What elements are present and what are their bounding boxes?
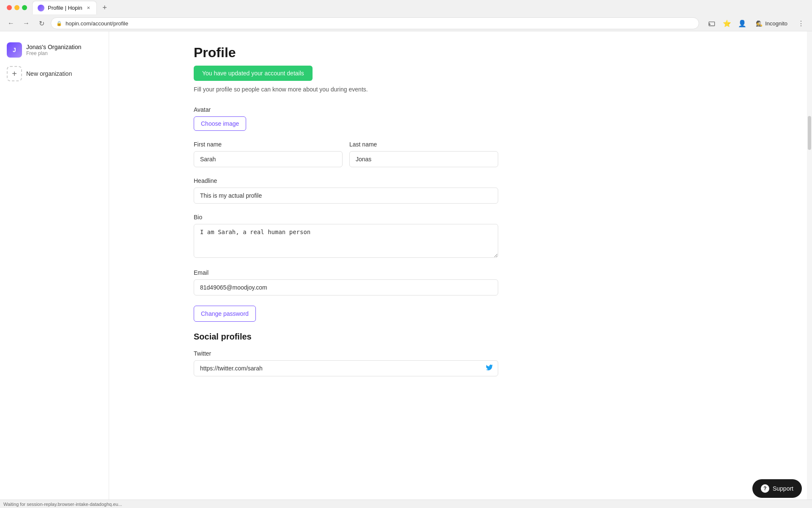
profile-form: Avatar Choose image First name Last name… [194,106,498,376]
headline-label: Headline [194,177,498,184]
support-label: Support [773,485,793,492]
first-name-label: First name [194,141,343,148]
name-row: First name Last name [194,141,498,177]
traffic-lights [3,5,30,10]
twitter-icon [486,364,493,373]
success-toast: You have updated your account details [194,66,313,81]
twitter-field-group: Twitter [194,350,498,376]
profile-icon[interactable]: 👤 [736,17,748,29]
scrollbar-thumb[interactable] [808,116,811,150]
tab-bar: Profile | Hopin ✕ + [0,0,812,15]
first-name-input[interactable] [194,151,343,167]
org-plan: Free plan [26,50,81,56]
browser-actions: ⭐ 👤 🕵️ Incognito ⋮ [706,17,807,29]
minimize-window-button[interactable] [14,5,19,10]
avatar-label: Avatar [194,106,498,113]
refresh-button[interactable]: ↻ [36,17,47,29]
bio-label: Bio [194,214,498,221]
avatar-field-group: Avatar Choose image [194,106,498,131]
twitter-input[interactable] [194,360,498,376]
social-profiles-title: Social profiles [194,332,498,342]
org-name: Jonas's Organization [26,44,81,50]
headline-field-group: Headline [194,177,498,204]
browser-chrome: Profile | Hopin ✕ + ← → ↻ 🔒 hopin.com/ac… [0,0,812,31]
url-text: hopin.com/account/profile [66,20,128,27]
new-organization-button[interactable]: + New organization [0,62,109,86]
address-bar-row: ← → ↻ 🔒 hopin.com/account/profile ⭐ 👤 🕵️… [0,15,812,31]
last-name-input[interactable] [349,151,498,167]
new-tab-button[interactable]: + [99,2,110,14]
address-bar[interactable]: 🔒 hopin.com/account/profile [51,17,699,29]
tab-title: Profile | Hopin [48,5,82,11]
support-button[interactable]: ? Support [752,479,802,498]
choose-image-button[interactable]: Choose image [194,116,246,131]
bio-input[interactable]: I am Sarah, a real human person [194,224,498,258]
change-password-button[interactable]: Change password [194,306,256,322]
maximize-window-button[interactable] [22,5,27,10]
scrollbar-track[interactable] [807,31,812,508]
sidebar: J Jonas's Organization Free plan + New o… [0,31,109,508]
forward-button[interactable]: → [20,17,32,29]
incognito-button[interactable]: 🕵️ Incognito [752,17,792,29]
page-title: Profile [194,45,727,61]
status-text: Waiting for session-replay.browser-intak… [3,502,122,507]
more-options-button[interactable]: ⋮ [795,17,807,29]
bio-field-group: Bio I am Sarah, a real human person [194,214,498,259]
back-button[interactable]: ← [5,17,17,29]
org-info: Jonas's Organization Free plan [26,44,81,56]
bookmark-icon[interactable]: ⭐ [721,17,733,29]
email-input[interactable] [194,279,498,295]
tab-favicon [38,5,44,11]
main-content: Profile You have updated your account de… [109,31,812,508]
organization-item[interactable]: J Jonas's Organization Free plan [0,38,109,62]
email-field-group: Email [194,269,498,295]
change-password-group: Change password [194,306,498,322]
app-layout: J Jonas's Organization Free plan + New o… [0,31,812,508]
last-name-field-group: Last name [349,141,498,167]
cast-icon[interactable] [706,17,718,29]
headline-input[interactable] [194,188,498,204]
twitter-label: Twitter [194,350,498,357]
last-name-label: Last name [349,141,498,148]
incognito-icon: 🕵️ [756,20,763,27]
email-label: Email [194,269,498,276]
first-name-field-group: First name [194,141,343,167]
twitter-input-wrapper [194,360,498,376]
org-avatar: J [7,42,22,58]
incognito-label: Incognito [765,20,787,27]
status-bar: Waiting for session-replay.browser-intak… [0,500,812,508]
tab-close-button[interactable]: ✕ [85,5,91,11]
lock-icon: 🔒 [56,21,62,26]
active-tab[interactable]: Profile | Hopin ✕ [32,1,97,14]
support-icon: ? [761,484,769,493]
page-description: Fill your profile so people can know mor… [194,86,727,93]
plus-icon: + [7,66,22,81]
new-org-label: New organization [26,70,72,77]
close-window-button[interactable] [7,5,12,10]
